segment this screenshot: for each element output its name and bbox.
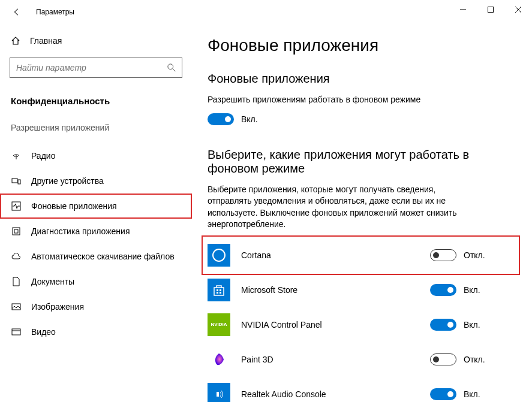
app-name: Microsoft Store xyxy=(241,285,430,295)
app-toggle[interactable] xyxy=(430,249,456,261)
sidebar-item-radio[interactable]: Радио xyxy=(0,143,192,168)
sidebar-item-label: Другие устройства xyxy=(31,176,104,186)
svg-rect-19 xyxy=(217,392,219,397)
sidebar: Главная Конфиденциальность Разрешения пр… xyxy=(0,24,192,402)
app-icon xyxy=(208,244,230,267)
app-row: Microsoft StoreВкл. xyxy=(208,273,514,307)
master-toggle-label: Вкл. xyxy=(241,114,258,124)
app-row: NVIDIANVIDIA Control PanelВкл. xyxy=(208,307,514,342)
sidebar-item-app-diagnostics[interactable]: Диагностика приложения xyxy=(0,219,192,244)
apps-list: CortanaОткл.Microsoft StoreВкл.NVIDIANVI… xyxy=(208,238,514,402)
home-link[interactable]: Главная xyxy=(0,30,192,52)
section2-heading: Выберите, какие приложения могут работат… xyxy=(208,148,514,176)
app-toggle-wrap: Откл. xyxy=(430,353,514,365)
app-row: Realtek Audio ConsoleВкл. xyxy=(208,377,514,402)
app-toggle-wrap: Вкл. xyxy=(430,388,514,400)
sidebar-item-videos[interactable]: Видео xyxy=(0,319,192,344)
app-row: Paint 3DОткл. xyxy=(208,342,514,377)
sidebar-item-label: Видео xyxy=(31,327,56,337)
sidebar-item-label: Изображения xyxy=(31,302,84,312)
svg-point-4 xyxy=(168,64,173,69)
app-name: Cortana xyxy=(241,250,430,260)
sidebar-item-auto-downloads[interactable]: Автоматическое скачивание файлов xyxy=(0,244,192,269)
app-toggle[interactable] xyxy=(430,319,456,331)
sidebar-item-documents[interactable]: Документы xyxy=(0,269,192,294)
search-input[interactable] xyxy=(16,63,167,72)
master-toggle[interactable] xyxy=(208,113,234,125)
close-button[interactable] xyxy=(504,0,532,19)
cloud-icon xyxy=(11,251,22,262)
sidebar-item-label: Фоновые приложения xyxy=(31,201,117,211)
svg-point-14 xyxy=(213,249,225,261)
page-title: Фоновые приложения xyxy=(208,36,514,55)
app-toggle[interactable] xyxy=(430,388,456,400)
main-content: Фоновые приложения Фоновые приложения Ра… xyxy=(192,24,532,402)
app-name: NVIDIA Control Panel xyxy=(241,320,430,330)
back-button[interactable] xyxy=(7,2,26,22)
svg-line-5 xyxy=(173,69,175,71)
sidebar-item-other-devices[interactable]: Другие устройства xyxy=(0,168,192,194)
search-box[interactable] xyxy=(10,58,182,78)
devices-icon xyxy=(11,176,22,186)
svg-rect-10 xyxy=(14,229,18,233)
svg-rect-16 xyxy=(220,289,221,291)
svg-rect-18 xyxy=(220,292,221,294)
app-toggle-label: Откл. xyxy=(464,250,485,260)
category-title: Конфиденциальность xyxy=(0,89,192,123)
svg-rect-12 xyxy=(12,329,20,335)
app-toggle-label: Откл. xyxy=(464,355,485,364)
radio-icon xyxy=(11,150,22,161)
app-toggle-label: Вкл. xyxy=(464,320,480,330)
sidebar-item-background-apps[interactable]: Фоновые приложения xyxy=(0,194,192,219)
svg-rect-17 xyxy=(217,292,218,294)
app-toggle-label: Вкл. xyxy=(464,285,480,295)
activity-icon xyxy=(11,201,22,211)
app-icon xyxy=(208,383,230,402)
app-icon: NVIDIA xyxy=(208,313,230,336)
sidebar-item-label: Диагностика приложения xyxy=(31,226,130,236)
app-toggle-wrap: Откл. xyxy=(430,249,514,261)
subsection-label: Разрешения приложений xyxy=(0,123,192,143)
minimize-icon xyxy=(460,7,466,13)
sidebar-item-label: Радио xyxy=(31,151,55,161)
app-icon xyxy=(208,348,230,371)
section1-desc: Разрешить приложениям работать в фоновом… xyxy=(208,94,471,106)
app-toggle-wrap: Вкл. xyxy=(430,319,514,331)
section2-desc: Выберите приложения, которые могут получ… xyxy=(208,184,471,231)
app-name: Realtek Audio Console xyxy=(241,389,430,399)
window-title: Параметры xyxy=(36,8,74,16)
svg-rect-1 xyxy=(488,7,494,13)
svg-rect-6 xyxy=(12,179,17,183)
document-icon xyxy=(11,276,22,287)
arrow-left-icon xyxy=(13,8,21,16)
app-toggle-wrap: Вкл. xyxy=(430,284,514,296)
close-icon xyxy=(515,7,521,13)
home-label: Главная xyxy=(30,36,62,46)
app-toggle[interactable] xyxy=(430,284,456,296)
titlebar: Параметры xyxy=(0,0,532,24)
search-icon xyxy=(167,64,176,72)
section1-heading: Фоновые приложения xyxy=(208,72,514,86)
sidebar-item-pictures[interactable]: Изображения xyxy=(0,294,192,319)
app-name: Paint 3D xyxy=(241,355,430,364)
home-icon xyxy=(11,36,20,46)
app-icon xyxy=(208,279,230,301)
svg-rect-9 xyxy=(13,228,20,235)
svg-rect-15 xyxy=(217,289,218,291)
video-icon xyxy=(11,327,22,337)
maximize-button[interactable] xyxy=(477,0,504,19)
minimize-button[interactable] xyxy=(449,0,477,19)
diagnostics-icon xyxy=(11,226,22,237)
maximize-icon xyxy=(488,7,494,13)
window-controls xyxy=(449,0,532,19)
app-toggle-label: Вкл. xyxy=(464,389,480,399)
svg-rect-7 xyxy=(18,180,20,184)
sidebar-item-label: Документы xyxy=(31,277,74,286)
app-row: CortanaОткл. xyxy=(204,238,518,273)
svg-rect-11 xyxy=(12,304,20,310)
sidebar-item-label: Автоматическое скачивание файлов xyxy=(31,252,175,261)
app-toggle[interactable] xyxy=(430,353,456,365)
image-icon xyxy=(11,301,22,312)
